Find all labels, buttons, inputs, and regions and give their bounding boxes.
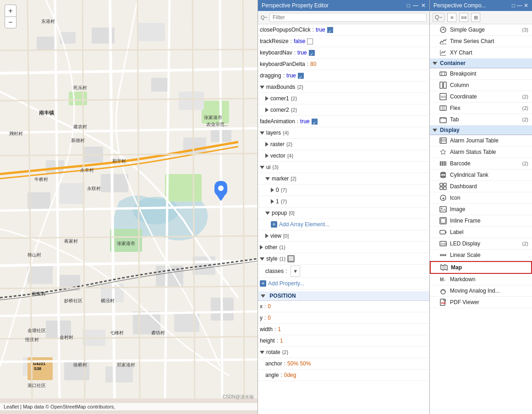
comp-item-map[interactable]: Map — [430, 261, 532, 274]
close-button[interactable]: ✕ — [421, 2, 426, 9]
comp-list-btn-2[interactable]: ≡≡ — [459, 13, 468, 22]
comp-close-button[interactable]: ✕ — [524, 2, 528, 9]
prop-marker-1[interactable]: 1 {7} — [258, 196, 429, 207]
comp-item-linear-scale[interactable]: Linear Scale — [430, 250, 532, 261]
zoom-out-button[interactable]: − — [5, 16, 16, 28]
maxBounds-arrow[interactable] — [260, 86, 264, 89]
comp-list-btn-1[interactable]: ≡ — [447, 13, 456, 22]
component-content[interactable]: Simple Gauge (3) Time Series Chart XY Ch… — [430, 24, 532, 414]
corner1-arrow[interactable] — [265, 96, 269, 101]
raster-arrow[interactable] — [265, 142, 269, 147]
prop-keyboardNav[interactable]: keyboardNav : true — [258, 47, 429, 59]
prop-layers[interactable]: layers {4} — [258, 127, 429, 139]
comp-item-breakpoint[interactable]: Breakpoint — [430, 68, 532, 80]
property-content[interactable]: closePopupsOnClick : true trackResize : … — [258, 24, 429, 414]
prop-vector[interactable]: vector {4} — [258, 150, 429, 162]
comp-item-image[interactable]: Image — [430, 204, 532, 215]
comp-item-cylindrical-tank[interactable]: Cylindrical Tank — [430, 169, 532, 181]
comp-item-alarm-status[interactable]: Alarm Status Table — [430, 147, 532, 158]
prop-marker-0[interactable]: 0 {7} — [258, 185, 429, 196]
prop-rotate[interactable]: rotate {2} — [258, 347, 429, 358]
popup-arrow[interactable] — [265, 212, 270, 215]
marker1-arrow[interactable] — [271, 199, 274, 204]
container-section-header[interactable]: Container — [430, 59, 532, 68]
prop-ui[interactable]: ui {3} — [258, 162, 429, 173]
other-arrow[interactable] — [260, 245, 263, 250]
comp-item-time-series-chart[interactable]: Time Series Chart — [430, 36, 532, 47]
comp-item-pdf-viewer[interactable]: PDF PDF Viewer — [430, 297, 532, 308]
markdown-icon: M↓ — [439, 275, 447, 283]
prop-fadeAnimation[interactable]: fadeAnimation : true — [258, 116, 429, 127]
display-arrow[interactable] — [433, 129, 437, 132]
add-array-element-btn[interactable]: + Add Array Element... — [258, 219, 429, 230]
filter-input[interactable] — [269, 13, 427, 22]
svg-rect-73 — [440, 82, 443, 88]
restore-button[interactable]: — — [413, 2, 418, 9]
prop-angle[interactable]: angle : 0deg — [258, 370, 429, 381]
prop-marker[interactable]: marker [2] — [258, 173, 429, 185]
marker-arrow[interactable] — [265, 177, 270, 180]
minimize-button[interactable]: □ — [407, 2, 410, 9]
container-arrow[interactable] — [433, 62, 437, 65]
comp-item-column[interactable]: Column — [430, 80, 532, 91]
comp-item-moving-analog[interactable]: Moving Analog Ind... — [430, 285, 532, 297]
prop-trackResize[interactable]: trackResize : false — [258, 36, 429, 47]
prop-style[interactable]: style {1} ⬜ — [258, 253, 429, 265]
display-section-header[interactable]: Display — [430, 125, 532, 135]
prop-corner1[interactable]: corner1 {2} — [258, 93, 429, 104]
position-arrow[interactable] — [261, 294, 265, 298]
corner2-arrow[interactable] — [265, 108, 269, 112]
add-property-btn[interactable]: + Add Property... — [258, 278, 429, 289]
prop-width[interactable]: width : 1 — [258, 324, 429, 335]
map-panel[interactable]: G4221 S38 — [0, 0, 258, 414]
comp-item-simple-gauge[interactable]: Simple Gauge (3) — [430, 24, 532, 36]
ui-arrow[interactable] — [260, 166, 264, 169]
comp-item-flex[interactable]: Flex (2) — [430, 103, 532, 114]
layers-arrow[interactable] — [260, 131, 264, 135]
zoom-in-button[interactable]: + — [5, 5, 16, 16]
prop-keyboardPanDelta[interactable]: keyboardPanDelta : 80 — [258, 59, 429, 70]
position-section-header[interactable]: POSITION — [258, 291, 429, 301]
keyboardNav-checkbox[interactable] — [309, 50, 315, 56]
comp-item-inline-frame[interactable]: Inline Frame — [430, 215, 532, 227]
comp-item-led-display[interactable]: 8:88 LED Display (2) — [430, 238, 532, 250]
prop-popup[interactable]: popup [0] — [258, 207, 429, 219]
prop-maxBounds[interactable]: maxBounds {2} — [258, 82, 429, 93]
prop-raster[interactable]: raster {2} — [258, 139, 429, 150]
closePopupsOnClick-checkbox[interactable] — [327, 27, 333, 33]
comp-item-label[interactable]: Label — [430, 227, 532, 238]
rotate-arrow[interactable] — [260, 351, 264, 354]
prop-height[interactable]: height : 1 — [258, 335, 429, 347]
prop-other[interactable]: other {1} — [258, 242, 429, 253]
comp-simple-gauge-label: Simple Gauge — [450, 27, 485, 33]
comp-item-tab[interactable]: Tab (2) — [430, 114, 532, 125]
comp-minimize-button[interactable]: □ — [512, 2, 515, 9]
comp-item-dashboard[interactable]: Dashboard — [430, 181, 532, 192]
prop-x[interactable]: x : 0 — [258, 301, 429, 312]
svg-rect-104 — [440, 230, 445, 234]
comp-grid-btn[interactable]: ⊞ — [471, 13, 480, 22]
comp-search-icon[interactable]: Q~ — [433, 13, 444, 22]
style-arrow[interactable] — [260, 257, 264, 261]
marker0-arrow[interactable] — [271, 188, 274, 192]
fadeAnimation-checkbox[interactable] — [312, 119, 318, 125]
prop-view[interactable]: view [0] — [258, 230, 429, 242]
comp-restore-button[interactable]: — — [517, 2, 522, 9]
prop-anchor[interactable]: anchor : 50% 50% — [258, 358, 429, 370]
vector-arrow[interactable] — [265, 153, 269, 158]
prop-classes[interactable]: classes : ▼ — [258, 265, 429, 278]
classes-dropdown[interactable]: ▼ — [291, 266, 300, 277]
prop-closePopupsOnClick[interactable]: closePopupsOnClick : true — [258, 24, 429, 36]
view-arrow[interactable] — [265, 234, 269, 238]
prop-y[interactable]: y : 0 — [258, 312, 429, 324]
comp-item-xy-chart[interactable]: XY Chart — [430, 47, 532, 59]
comp-item-coordinate[interactable]: WXY Coordinate (2) — [430, 91, 532, 103]
comp-item-barcode[interactable]: Barcode (2) — [430, 158, 532, 169]
prop-corner2[interactable]: corner2 {2} — [258, 104, 429, 116]
comp-item-alarm-journal[interactable]: Alarm Journal Table — [430, 135, 532, 147]
prop-dragging[interactable]: dragging : true — [258, 70, 429, 82]
dragging-checkbox[interactable] — [298, 73, 304, 79]
trackResize-checkbox[interactable] — [307, 38, 313, 44]
comp-item-icon[interactable]: ★ Icon — [430, 192, 532, 204]
comp-item-markdown[interactable]: M↓ Markdown — [430, 274, 532, 285]
